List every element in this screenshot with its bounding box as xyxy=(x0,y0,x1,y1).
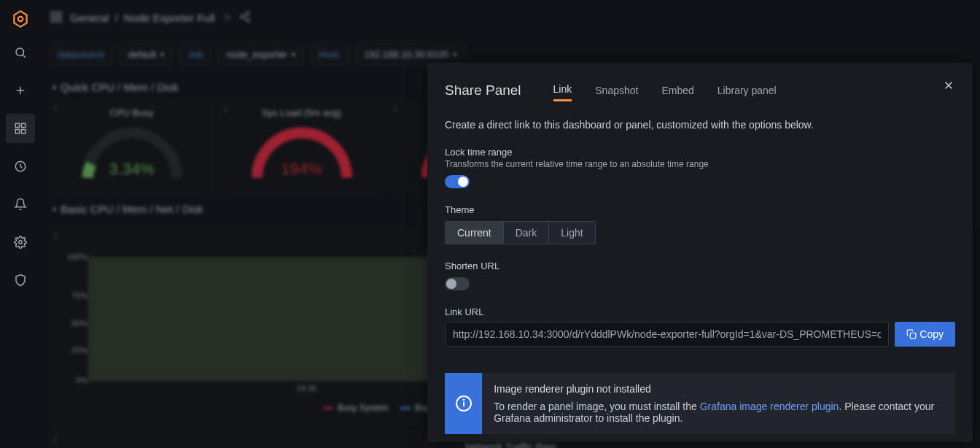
svg-rect-8 xyxy=(22,130,26,134)
share-panel-modal: Share Panel Link Snapshot Embed Library … xyxy=(427,63,973,442)
breadcrumb-dashboard[interactable]: Node Exporter Full xyxy=(124,12,215,24)
info-icon xyxy=(445,373,482,434)
shorten-url-label: Shorten URL xyxy=(445,260,955,271)
modal-description: Create a direct link to this dashboard o… xyxy=(445,119,955,131)
var-job-select[interactable]: node_exporter▾ xyxy=(218,44,303,65)
svg-point-16 xyxy=(241,15,244,18)
star-icon[interactable]: ☆ xyxy=(222,11,232,24)
info-icon: i xyxy=(225,104,226,113)
renderer-plugin-link[interactable]: Grafana image renderer plugin xyxy=(700,401,839,412)
alert-text: To render a panel image, you must instal… xyxy=(494,401,944,424)
admin-icon[interactable] xyxy=(6,266,35,295)
panel-cpu-busy[interactable]: i CPU Busy 3.34% xyxy=(50,101,214,196)
svg-rect-5 xyxy=(15,123,19,127)
tab-link[interactable]: Link xyxy=(553,79,572,101)
lock-time-range-label: Lock time range xyxy=(445,147,955,158)
dashboards-icon[interactable] xyxy=(6,114,35,143)
close-icon[interactable] xyxy=(942,79,955,96)
svg-point-10 xyxy=(19,241,23,244)
tab-library[interactable]: Library panel xyxy=(718,80,777,101)
copy-button[interactable]: Copy xyxy=(895,322,955,347)
var-datasource-select[interactable]: default▾ xyxy=(120,44,172,65)
info-icon: i xyxy=(55,232,56,241)
info-icon: i xyxy=(394,104,396,113)
explore-icon[interactable] xyxy=(6,152,35,181)
alerting-icon[interactable] xyxy=(6,190,35,219)
svg-point-17 xyxy=(246,18,249,21)
renderer-alert: Image renderer plugin not installed To r… xyxy=(445,373,955,434)
share-icon[interactable] xyxy=(239,11,251,25)
info-icon: i xyxy=(55,104,56,113)
tab-snapshot[interactable]: Snapshot xyxy=(595,80,638,101)
svg-line-19 xyxy=(243,14,246,16)
plus-icon[interactable] xyxy=(6,76,35,105)
svg-rect-14 xyxy=(58,18,61,21)
theme-radio-group: Current Dark Light xyxy=(445,221,596,244)
shorten-url-toggle[interactable] xyxy=(445,277,470,290)
svg-rect-13 xyxy=(51,18,55,21)
theme-light-button[interactable]: Light xyxy=(549,222,594,244)
svg-rect-22 xyxy=(911,333,917,339)
legend-item[interactable]: Busy System xyxy=(323,403,389,413)
side-navigation xyxy=(0,0,41,448)
config-icon[interactable] xyxy=(6,228,35,257)
svg-point-0 xyxy=(18,17,23,22)
lock-time-range-toggle[interactable] xyxy=(445,175,470,188)
svg-point-1 xyxy=(16,48,24,56)
search-icon[interactable] xyxy=(6,38,35,67)
link-url-input[interactable] xyxy=(445,322,889,347)
var-datasource-label: datasource xyxy=(50,44,112,65)
lock-time-range-help: Transforms the current relative time ran… xyxy=(445,159,955,169)
theme-label: Theme xyxy=(445,204,955,215)
dashboard-grid-icon xyxy=(50,10,63,26)
alert-title: Image renderer plugin not installed xyxy=(494,383,944,395)
modal-title: Share Panel xyxy=(445,82,521,99)
svg-rect-11 xyxy=(51,12,55,15)
svg-rect-7 xyxy=(15,130,19,134)
svg-rect-6 xyxy=(22,123,26,127)
info-icon: i xyxy=(55,435,56,444)
panel-sys-load[interactable]: i Sys Load (5m avg) 194% xyxy=(219,101,384,196)
link-url-label: Link URL xyxy=(445,306,955,317)
svg-rect-12 xyxy=(58,12,61,15)
tab-embed[interactable]: Embed xyxy=(661,80,693,101)
svg-line-2 xyxy=(23,55,25,57)
svg-line-18 xyxy=(243,18,246,20)
svg-point-25 xyxy=(463,400,464,401)
var-job-label: Job xyxy=(179,44,211,65)
theme-current-button[interactable]: Current xyxy=(446,222,504,244)
grafana-logo-icon[interactable] xyxy=(10,9,31,29)
var-host-label: Host: xyxy=(311,44,349,65)
theme-dark-button[interactable]: Dark xyxy=(504,222,550,244)
var-host-select[interactable]: 192.168.10.30:9100▾ xyxy=(357,44,465,65)
svg-point-15 xyxy=(246,12,249,15)
breadcrumb-folder[interactable]: General xyxy=(70,12,109,24)
